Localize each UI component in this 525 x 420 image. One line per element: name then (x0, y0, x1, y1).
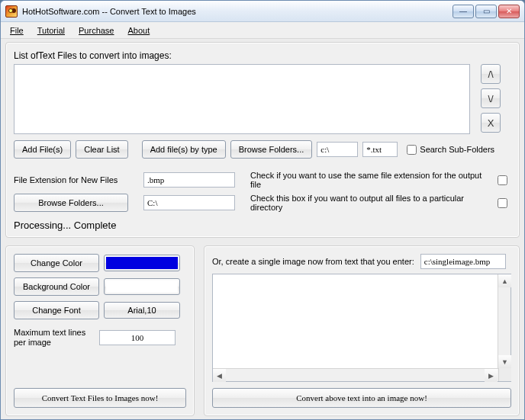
clear-list-button[interactable]: Clear List (76, 140, 127, 159)
single-image-path-input[interactable] (420, 254, 506, 269)
remove-button[interactable]: X (481, 113, 501, 133)
convert-files-button[interactable]: Convert Text Files to Images now! (14, 388, 186, 408)
ext-input[interactable] (362, 142, 398, 157)
search-subfolders-label: Search Sub-Folders (420, 145, 494, 154)
scroll-up-icon[interactable]: ▲ (498, 274, 511, 287)
path-input[interactable] (317, 142, 358, 157)
output-dir-checkbox[interactable] (498, 198, 507, 208)
bg-color-fill (106, 281, 178, 293)
maximize-button[interactable]: ▭ (475, 5, 497, 18)
scroll-corner (498, 368, 511, 381)
processing-status: Processing... Complete (14, 220, 511, 231)
bg-color-swatch[interactable] (104, 278, 180, 295)
move-up-button[interactable]: /\ (481, 64, 501, 84)
browse-output-button[interactable]: Browse Folders... (14, 194, 128, 212)
move-down-button[interactable]: \/ (481, 88, 501, 108)
browse-folders-button[interactable]: Browse Folders... (230, 140, 313, 159)
horizontal-scrollbar[interactable]: ◀ ▶ (213, 368, 511, 381)
menu-purchase[interactable]: Purchase (79, 26, 114, 35)
file-ext-label: File Extension for New Files (14, 175, 136, 184)
single-image-label: Or, create a single image now from text … (212, 257, 414, 266)
background-color-button[interactable]: Background Color (14, 277, 99, 296)
same-ext-label: Check if you want to use the same file e… (250, 171, 490, 189)
file-list[interactable] (14, 64, 470, 134)
output-dir-label: Check this box if you want to output all… (250, 194, 490, 212)
max-lines-label: Maximum text lines per image (14, 328, 95, 348)
same-ext-checkbox[interactable] (498, 175, 507, 185)
top-frame: List ofText Files to convert into images… (5, 42, 520, 238)
window-title: HotHotSoftware.com -- Convert Text to Im… (22, 7, 453, 16)
menu-tutorial[interactable]: Tutorial (37, 26, 65, 35)
close-button[interactable]: ✕ (498, 5, 520, 18)
app-window: HotHotSoftware.com -- Convert Text to Im… (0, 0, 525, 420)
font-display: Arial,10 (104, 302, 180, 319)
menu-file[interactable]: File (10, 26, 24, 35)
add-files-button[interactable]: Add File(s) (14, 140, 71, 159)
search-subfolders-checkbox[interactable] (407, 145, 417, 155)
minimize-button[interactable]: — (453, 5, 474, 18)
scroll-right-icon[interactable]: ▶ (485, 369, 498, 382)
output-dir-input[interactable] (143, 195, 235, 210)
options-panel: Change Color Background Color Change Fon… (5, 245, 195, 416)
menu-about[interactable]: About (128, 26, 150, 35)
app-icon (5, 5, 18, 18)
change-font-button[interactable]: Change Font (14, 301, 99, 319)
vertical-scrollbar[interactable]: ▲ ▼ (498, 274, 511, 368)
file-ext-input[interactable] (143, 172, 235, 188)
convert-text-button[interactable]: Convert above text into an image now! (212, 388, 511, 408)
change-color-button[interactable]: Change Color (14, 254, 99, 272)
add-by-type-button[interactable]: Add file(s) by type (142, 140, 226, 159)
client-area: List ofText Files to convert into images… (1, 39, 524, 419)
menubar: File Tutorial Purchase About (1, 22, 524, 39)
text-input-area[interactable]: ▲ ▼ ◀ ▶ (212, 274, 511, 382)
scroll-left-icon[interactable]: ◀ (213, 369, 226, 382)
max-lines-input[interactable] (99, 330, 176, 345)
fg-color-swatch[interactable] (104, 255, 180, 271)
list-label: List ofText Files to convert into images… (14, 50, 511, 61)
fg-color-fill (106, 257, 178, 269)
scroll-down-icon[interactable]: ▼ (498, 355, 511, 368)
titlebar[interactable]: HotHotSoftware.com -- Convert Text to Im… (1, 1, 524, 22)
single-image-panel: Or, create a single image now from text … (204, 245, 520, 416)
